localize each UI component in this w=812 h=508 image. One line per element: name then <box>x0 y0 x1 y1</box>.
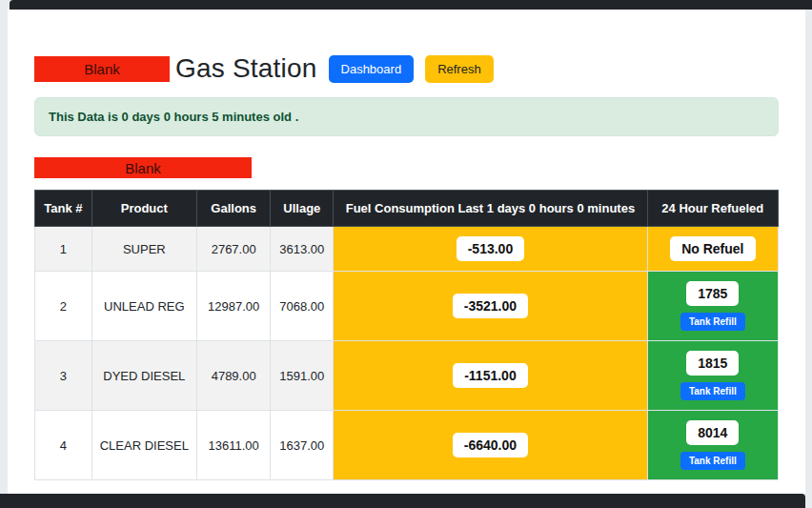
consumption-badge: -513.00 <box>457 236 524 261</box>
main-panel: Blank Gas Station Dashboard Refresh This… <box>8 10 805 494</box>
refuel-amount-badge: 1815 <box>686 351 739 376</box>
refueled-cell: 1785 Tank Refill <box>647 272 778 341</box>
tank-number-cell: 4 <box>35 411 92 480</box>
refresh-button[interactable]: Refresh <box>425 55 494 83</box>
gallons-cell: 4789.00 <box>196 341 271 411</box>
header-ullage: Ullage <box>271 191 334 227</box>
ullage-cell: 3613.00 <box>271 227 334 272</box>
redacted-section-title: Blank <box>34 157 252 178</box>
tank-refill-button[interactable]: Tank Refill <box>680 382 745 400</box>
gallons-cell: 2767.00 <box>196 227 271 272</box>
bottom-navbar <box>0 494 805 508</box>
top-navbar <box>10 0 812 10</box>
table-row: 1 SUPER 2767.00 3613.00 -513.00 No Refue… <box>35 227 779 272</box>
table-row: 4 CLEAR DIESEL 13611.00 1637.00 -6640.00… <box>35 411 779 480</box>
tank-refill-button[interactable]: Tank Refill <box>680 313 745 331</box>
redacted-station-name: Blank <box>34 56 170 82</box>
header-gallons: Gallons <box>196 191 271 227</box>
ullage-cell: 7068.00 <box>271 272 334 341</box>
page-title: Gas Station <box>175 53 317 84</box>
consumption-cell: -513.00 <box>334 227 647 272</box>
table-header: Tank # Product Gallons Ullage Fuel Consu… <box>35 191 779 227</box>
redacted-label: Blank <box>84 61 120 77</box>
product-cell: DYED DIESEL <box>91 341 196 411</box>
refueled-cell: 1815 Tank Refill <box>647 341 778 411</box>
product-cell: CLEAR DIESEL <box>91 411 196 480</box>
refueled-cell: 8014 Tank Refill <box>647 411 778 480</box>
no-refuel-badge: No Refuel <box>670 236 755 261</box>
page-header: Blank Gas Station Dashboard Refresh <box>34 53 779 84</box>
table-row: 3 DYED DIESEL 4789.00 1591.00 -1151.00 1… <box>35 341 779 411</box>
refuel-amount-badge: 8014 <box>686 420 739 445</box>
header-refueled: 24 Hour Refueled <box>647 191 778 227</box>
consumption-cell: -3521.00 <box>334 272 647 341</box>
ullage-cell: 1637.00 <box>271 411 334 480</box>
consumption-cell: -1151.00 <box>334 341 647 411</box>
data-age-alert-text: This Data is 0 days 0 hours 5 minutes ol… <box>49 110 298 124</box>
refueled-cell: No Refuel <box>647 227 778 272</box>
header-product: Product <box>91 191 196 227</box>
consumption-badge: -6640.00 <box>453 433 528 457</box>
refuel-amount-badge: 1785 <box>686 281 739 306</box>
redacted-section-label: Blank <box>125 160 161 176</box>
consumption-badge: -3521.00 <box>453 294 528 318</box>
consumption-badge: -1151.00 <box>453 363 528 388</box>
tank-number-cell: 3 <box>35 341 92 411</box>
tank-number-cell: 1 <box>35 227 92 272</box>
dashboard-button[interactable]: Dashboard <box>329 55 415 83</box>
header-consumption: Fuel Consumption Last 1 days 0 hours 0 m… <box>334 191 647 227</box>
gallons-cell: 13611.00 <box>196 411 271 480</box>
table-row: 2 UNLEAD REG 12987.00 7068.00 -3521.00 1… <box>35 272 779 341</box>
tank-status-table: Tank # Product Gallons Ullage Fuel Consu… <box>34 190 779 480</box>
product-cell: UNLEAD REG <box>91 272 196 341</box>
product-cell: SUPER <box>91 227 196 272</box>
data-age-alert: This Data is 0 days 0 hours 5 minutes ol… <box>34 97 779 136</box>
gallons-cell: 12987.00 <box>196 272 271 341</box>
tank-number-cell: 2 <box>35 272 92 341</box>
ullage-cell: 1591.00 <box>271 341 334 411</box>
consumption-cell: -6640.00 <box>334 411 647 480</box>
header-tank: Tank # <box>35 191 92 227</box>
tank-refill-button[interactable]: Tank Refill <box>680 452 745 470</box>
